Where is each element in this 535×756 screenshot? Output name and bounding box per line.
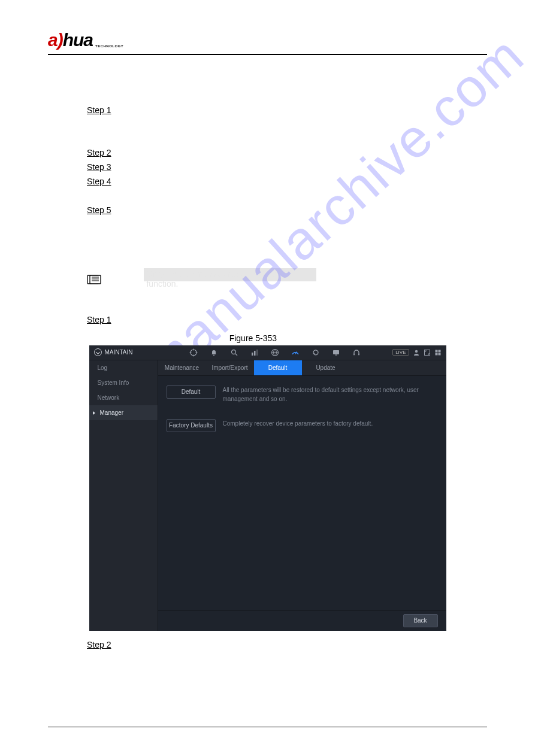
sidebar-item-network[interactable]: Network	[89, 390, 158, 405]
default-desc: All the parameters will be restored to d…	[223, 385, 438, 403]
shot-body: Log System Info Network Manager Maintena…	[89, 360, 446, 631]
svg-rect-26	[435, 350, 437, 352]
topbar-right: LIVE	[392, 349, 441, 356]
svg-rect-28	[435, 353, 437, 355]
default-button[interactable]: Default	[167, 385, 216, 399]
steps-default: Step 1 Select Main Menu > MAINTAIN > Man…	[87, 313, 487, 327]
step-row: Step 2 Select Main Menu > SYSTEM > Impor…	[87, 146, 487, 160]
step-label: Step 5	[87, 204, 117, 218]
svg-rect-13	[252, 353, 253, 356]
step-row: Step 3 Click Refresh to refresh the inte…	[87, 160, 487, 175]
brand-logo: a) hua TECHNOLOGY	[48, 30, 123, 50]
step-continuation	[120, 132, 487, 147]
heading-import: 5.20.4.2 Importing System Settings	[48, 72, 487, 82]
factory-defaults-button[interactable]: Factory Defaults	[167, 419, 216, 432]
page-number: 373	[475, 730, 487, 738]
step-text: Click Refresh to refresh the interface.	[120, 160, 487, 175]
grid-icon[interactable]	[434, 349, 442, 356]
step-row: Step 4 Click on the configuration folder…	[87, 175, 487, 189]
shot-footer: Back	[158, 610, 446, 631]
step-row: Step 2 Restore the settings.	[87, 638, 487, 652]
step-label: Step 2	[87, 638, 117, 652]
page-footer: 373	[48, 727, 487, 738]
bell-icon[interactable]	[210, 348, 218, 357]
heading-default: 5.20.5 Restoring Default Settings	[48, 250, 487, 260]
step-row: Step 1 Insert a USB storage device conta…	[87, 104, 487, 132]
shot-topbar: MAINTAIN LIVE	[89, 345, 446, 360]
svg-rect-15	[256, 350, 258, 356]
svg-rect-14	[254, 351, 256, 356]
logo-part1: a)	[48, 30, 63, 50]
svg-rect-21	[335, 354, 337, 355]
step-label: Step 4	[87, 175, 117, 189]
refresh-icon[interactable]	[312, 348, 320, 357]
user-icon[interactable]	[413, 349, 420, 356]
note-icon	[87, 275, 102, 287]
sidebar-item-log[interactable]: Log	[89, 360, 158, 375]
svg-rect-27	[438, 350, 440, 352]
step-label: Step 2	[87, 146, 117, 160]
expand-icon[interactable]	[424, 349, 431, 356]
step-text: Click on the configuration folder (under…	[120, 175, 487, 189]
gauge-icon[interactable]	[291, 348, 300, 357]
live-badge[interactable]: LIVE	[392, 349, 409, 356]
tab-update[interactable]: Update	[302, 360, 350, 375]
intro-import: You can import exported system settings …	[48, 88, 487, 98]
svg-rect-22	[353, 353, 355, 355]
header-right-text: User's Manual	[437, 36, 487, 45]
step-text: Insert a USB storage device containing t…	[120, 104, 487, 132]
figure-caption: Figure 5-353 Default	[48, 333, 487, 343]
shot-brand: MAINTAIN	[94, 348, 158, 356]
intro-default: You can select the settings that you wan…	[48, 297, 487, 307]
sidebar-item-system-info[interactable]: System Info	[89, 375, 158, 390]
step-result: The Device will reboot after the import …	[120, 217, 487, 232]
step-row: Step 1 Select Main Menu > MAINTAIN > Man…	[87, 313, 487, 327]
gauge-icon	[94, 348, 102, 356]
page: a) hua TECHNOLOGY User's Manual manualar…	[0, 0, 535, 756]
option-row: Default All the parameters will be resto…	[167, 385, 438, 403]
target-icon[interactable]	[189, 348, 198, 357]
step-label: Step 1	[87, 104, 117, 118]
step-text: Select Main Menu > SYSTEM > Import/Expor…	[120, 146, 487, 160]
topbar-icons	[158, 348, 393, 357]
step-text: Restore the settings.	[120, 638, 487, 652]
shot-sidebar: Log System Info Network Manager	[89, 360, 158, 631]
tab-import-export[interactable]: Import/Export	[206, 360, 254, 375]
step-label: Step 3	[87, 160, 117, 175]
content-area: Default All the parameters will be resto…	[158, 376, 446, 457]
shot-title: MAINTAIN	[105, 349, 133, 356]
tab-maintenance[interactable]: Maintenance	[158, 360, 206, 375]
steps-import: Step 1 Insert a USB storage device conta…	[87, 104, 487, 232]
figure-title: Default	[279, 333, 306, 343]
step-label: Step 1	[87, 313, 117, 327]
tab-default[interactable]: Default	[254, 360, 302, 375]
svg-point-11	[231, 350, 235, 354]
chart-icon[interactable]	[250, 348, 259, 357]
headset-icon[interactable]	[352, 348, 361, 357]
globe-icon[interactable]	[271, 348, 279, 357]
step-text: Select Main Menu > MAINTAIN > Manager > …	[120, 313, 487, 327]
step-row: Step 5 Click Import.	[87, 204, 487, 218]
svg-rect-1	[90, 275, 101, 284]
page-header: a) hua TECHNOLOGY User's Manual	[48, 30, 487, 55]
tabs-row: Maintenance Import/Export Default Update	[158, 360, 446, 376]
option-row: Factory Defaults Completely recover devi…	[167, 419, 438, 432]
svg-point-24	[415, 350, 417, 353]
svg-rect-23	[358, 353, 359, 355]
svg-line-12	[235, 354, 237, 356]
svg-point-10	[213, 354, 214, 356]
step-text: Click Import.	[120, 204, 487, 218]
logo-sub: TECHNOLOGY	[95, 44, 123, 48]
monitor-icon[interactable]	[332, 348, 340, 357]
logo-part2: hua	[63, 30, 93, 50]
factory-defaults-desc: Completely recover device parameters to …	[223, 419, 438, 428]
step-sub: The selected folder is displayed in the …	[120, 189, 487, 204]
shot-main: Maintenance Import/Export Default Update…	[158, 360, 446, 631]
sidebar-item-manager[interactable]: Manager	[89, 405, 158, 420]
svg-rect-29	[438, 353, 440, 355]
figure-number: Figure 5-353	[229, 333, 277, 343]
steps-default-2: Step 2 Restore the settings.	[87, 638, 487, 652]
search-icon[interactable]	[230, 348, 238, 357]
back-button[interactable]: Back	[403, 614, 438, 627]
embedded-screenshot: MAINTAIN LIVE Log	[89, 345, 446, 631]
